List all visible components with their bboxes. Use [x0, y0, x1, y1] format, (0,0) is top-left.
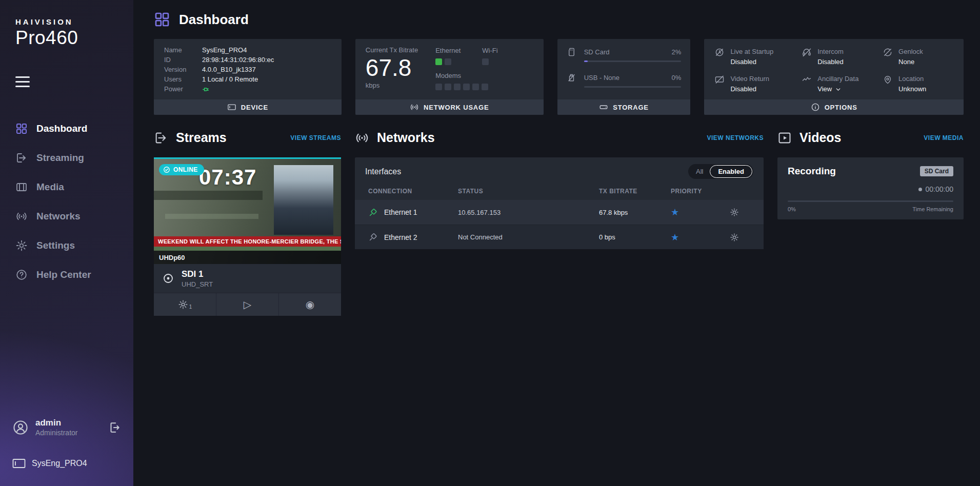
sidebar-item-settings[interactable]: Settings	[0, 233, 133, 258]
option-value: Unknown	[898, 85, 926, 93]
stream-play-button[interactable]: ▷	[216, 293, 278, 316]
view-networks-link[interactable]: VIEW NETWORKS	[707, 134, 764, 141]
device-row-label: Users	[164, 75, 202, 84]
view-streams-link[interactable]: VIEW STREAMS	[290, 134, 341, 141]
connection-status: 10.65.167.153	[458, 209, 599, 216]
play-icon: ▷	[244, 299, 251, 310]
sidebar-item-dashboard[interactable]: Dashboard	[0, 116, 133, 141]
sidebar-item-streaming[interactable]: Streaming	[0, 145, 133, 171]
interface-settings-gear-icon[interactable]	[730, 233, 739, 242]
brand: HAIVISION Pro460	[0, 0, 133, 49]
drive-icon	[599, 103, 608, 112]
interface-indicators: Ethernet Wi-Fi Modems	[435, 46, 533, 92]
priority-star-icon[interactable]: ★	[671, 208, 730, 217]
storage-percent: 0%	[672, 74, 682, 82]
recording-meta-row: 0% Time Remaining	[788, 206, 953, 212]
view-media-link[interactable]: VIEW MEDIA	[924, 134, 964, 141]
thumbnail-glitch	[165, 214, 259, 219]
sidebar-item-media[interactable]: Media	[0, 174, 133, 200]
modems-label: Modems	[435, 72, 533, 79]
device-row-label: Name	[164, 46, 202, 55]
page-title: Dashboard	[179, 12, 249, 28]
sidebar-item-label: Networks	[36, 211, 81, 222]
stream-settings-button[interactable]: 1	[154, 293, 216, 316]
storage-item-usb: USB - None 0%	[567, 73, 682, 88]
interfaces-panel: Interfaces All Enabled CONNECTION STATUS…	[355, 157, 764, 249]
option-intercom: Intercom Disabled	[802, 47, 878, 66]
gear-icon	[15, 239, 28, 252]
thumbnail-clock-overlay: 07:37	[199, 165, 256, 190]
options-card-footer[interactable]: OPTIONS	[704, 99, 964, 115]
ethernet-indicator: Ethernet	[435, 47, 461, 65]
connection-name: Ethernet 1	[384, 208, 417, 216]
option-location: Location Unknown	[883, 74, 953, 93]
intercom-disabled-icon	[802, 47, 812, 57]
menu-toggle-icon[interactable]	[15, 76, 30, 87]
connection-status: Not Connected	[458, 233, 599, 241]
antenna-icon	[355, 131, 369, 145]
device-row-id: ID 28:98:14:31:02:96:80:ec	[164, 55, 331, 65]
storage-item-sd: SD Card 2%	[567, 47, 682, 62]
recording-title: Recording	[788, 166, 836, 177]
recording-time-remaining-label: Time Remaining	[912, 206, 953, 212]
filter-enabled-button[interactable]: Enabled	[710, 165, 752, 178]
device-card-footer[interactable]: DEVICE	[154, 99, 342, 115]
logout-icon[interactable]	[108, 421, 121, 434]
brand-product-name: Pro460	[15, 27, 133, 49]
column-status: STATUS	[458, 188, 599, 195]
user-name: admin	[35, 418, 77, 428]
sidebar-item-label: Settings	[36, 240, 75, 251]
media-icon	[15, 181, 28, 193]
interfaces-table-header: CONNECTION STATUS TX BITRATE PRIORITY	[355, 185, 764, 200]
sdi-input-icon	[162, 272, 174, 285]
sidebar-item-networks[interactable]: Networks	[0, 204, 133, 229]
table-row[interactable]: Ethernet 1 10.65.167.153 67.8 kbps ★	[355, 200, 764, 225]
interfaces-title: Interfaces	[365, 167, 401, 176]
sidebar-item-help-center[interactable]: Help Center	[0, 262, 133, 288]
resolution-label: UHDp60	[159, 254, 185, 261]
live-startup-disabled-icon	[714, 47, 725, 57]
connection-bitrate: 0 bps	[599, 233, 671, 241]
storage-card-footer[interactable]: STORAGE	[557, 99, 691, 115]
dashboard-grid-icon	[154, 11, 170, 28]
user-texts: admin Administrator	[35, 418, 77, 437]
networks-title: Networks	[377, 130, 435, 145]
device-card: Name SysEng_PRO4 ID 28:98:14:31:02:96:80…	[154, 39, 342, 115]
modem-squares	[435, 84, 533, 90]
videos-title: Videos	[799, 130, 842, 145]
storage-label: USB - None	[584, 74, 668, 82]
bitrate-label: Current Tx Bitrate	[366, 46, 418, 54]
networks-section: Networks VIEW NETWORKS Interfaces All En…	[355, 130, 764, 316]
network-card-footer[interactable]: NETWORK USAGE	[355, 99, 544, 115]
sidebar-item-label: Streaming	[36, 152, 84, 164]
info-icon	[811, 103, 820, 112]
location-pin-icon	[883, 74, 893, 85]
device-name-row: SysEng_PRO4	[0, 442, 133, 472]
recording-percent: 0%	[788, 206, 796, 212]
option-label: Intercom	[817, 48, 844, 55]
recording-panel[interactable]: Recording SD Card 00:00:00 0% Time Remai…	[777, 157, 964, 219]
gear-icon	[178, 299, 188, 310]
streaming-icon	[15, 152, 28, 164]
stream-card[interactable]: 07:37 WEEKEND WILL AFFECT THE HONORE-MER…	[154, 157, 341, 316]
stream-record-button[interactable]: ◉	[278, 293, 341, 316]
ancillary-data-dropdown[interactable]: View	[817, 85, 858, 93]
interfaces-panel-header: Interfaces All Enabled	[355, 157, 764, 185]
stream-info-row[interactable]: SDI 1 UHD_SRT	[154, 264, 341, 293]
stream-thumbnail[interactable]: 07:37 WEEKEND WILL AFFECT THE HONORE-MER…	[154, 159, 341, 264]
recording-time-row: 00:00:00	[788, 185, 953, 193]
column-tx-bitrate: TX BITRATE	[599, 188, 671, 195]
wifi-label: Wi-Fi	[482, 47, 497, 54]
table-row[interactable]: Ethernet 2 Not Connected 0 bps ★	[355, 225, 764, 249]
sections: Streams VIEW STREAMS 07:37 WEEKEND WILL …	[133, 130, 980, 316]
option-value: Disabled	[730, 58, 773, 66]
sidebar-item-label: Dashboard	[36, 123, 87, 134]
filter-all-button[interactable]: All	[689, 166, 710, 177]
priority-star-icon[interactable]: ★	[671, 233, 730, 242]
options-card-footer-label: OPTIONS	[825, 104, 857, 111]
interface-settings-gear-icon[interactable]	[730, 208, 739, 217]
network-card-footer-label: NETWORK USAGE	[424, 104, 489, 111]
videos-header: Videos VIEW MEDIA	[777, 130, 964, 145]
user-menu[interactable]: admin Administrator	[0, 413, 133, 442]
option-label: Location	[898, 75, 924, 83]
